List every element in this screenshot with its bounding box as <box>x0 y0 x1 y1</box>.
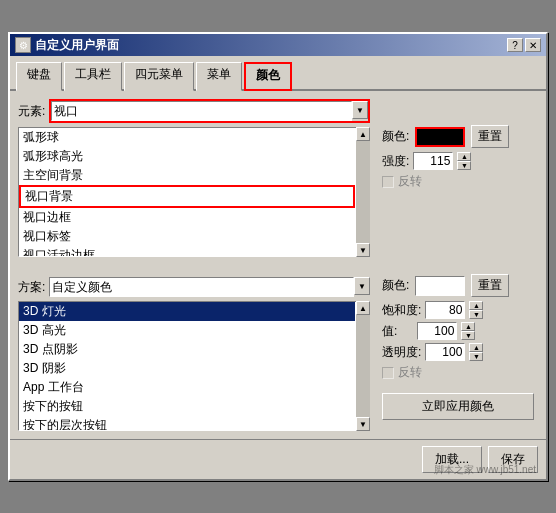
scheme-scrollbar: ▲ ▼ <box>356 301 370 431</box>
spinner-up[interactable]: ▲ <box>457 152 471 161</box>
spinner-down3[interactable]: ▼ <box>461 331 475 340</box>
element-field-row: 元素: 视口 ▼ <box>18 99 370 123</box>
window-icon: ⚙ <box>15 37 31 53</box>
scroll-down-btn2[interactable]: ▼ <box>356 417 370 431</box>
scroll-track2[interactable] <box>356 315 370 417</box>
value-row: 值: ▲ ▼ <box>382 322 534 340</box>
scroll-up-btn[interactable]: ▲ <box>356 127 370 141</box>
list-item[interactable]: 按下的层次按钮 <box>19 416 355 430</box>
top-intensity-label: 强度: <box>382 153 409 170</box>
top-color-section: 颜色: 重置 强度: ▲ ▼ 反转 <box>378 121 538 198</box>
main-content: 元素: 视口 ▼ 弧形球 弧形球高光 主空间背景 视口背 <box>10 91 546 439</box>
list-item-viewport-bg[interactable]: 视口背景 <box>19 185 355 208</box>
bottom-reverse-row: 反转 <box>382 364 534 381</box>
scheme-field-row: 方案: 自定义颜色 ▼ <box>18 277 370 297</box>
scheme-combo-arrow[interactable]: ▼ <box>354 277 370 295</box>
element-listbox-container: 弧形球 弧形球高光 主空间背景 视口背景 视口边框 视口标签 视口活动边框 视口… <box>18 127 370 257</box>
bottom-color-section: 颜色: 重置 饱和度: ▲ ▼ 值: ▲ <box>378 270 538 424</box>
saturation-spinner: ▲ ▼ <box>469 301 483 319</box>
title-bar: ⚙ 自定义用户界面 ? ✕ <box>10 34 546 56</box>
bottom-color-row: 颜色: 重置 <box>382 274 534 297</box>
list-item[interactable]: 主空间背景 <box>19 166 355 185</box>
transparency-row: 透明度: ▲ ▼ <box>382 343 534 361</box>
spinner-up2[interactable]: ▲ <box>469 301 483 310</box>
scroll-track[interactable] <box>356 141 370 243</box>
spinner-up4[interactable]: ▲ <box>469 343 483 352</box>
tab-keyboard[interactable]: 键盘 <box>16 62 62 91</box>
title-buttons: ? ✕ <box>507 38 541 52</box>
saturation-row: 饱和度: ▲ ▼ <box>382 301 534 319</box>
list-item[interactable]: App 工作台 <box>19 378 355 397</box>
bottom-color-label: 颜色: <box>382 277 409 294</box>
saturation-input[interactable] <box>425 301 465 319</box>
list-item[interactable]: 弧形球高光 <box>19 147 355 166</box>
watermark: 脚本之家 www.jb51.net <box>434 463 536 477</box>
help-button[interactable]: ? <box>507 38 523 52</box>
scroll-down-btn[interactable]: ▼ <box>356 243 370 257</box>
top-color-label: 颜色: <box>382 128 409 145</box>
element-scrollbar: ▲ ▼ <box>356 127 370 257</box>
top-reverse-checkbox[interactable] <box>382 176 394 188</box>
bottom-reset-button[interactable]: 重置 <box>471 274 509 297</box>
tab-quad-menu[interactable]: 四元菜单 <box>124 62 194 91</box>
right-panel: 颜色: 重置 强度: ▲ ▼ 反转 <box>378 99 538 431</box>
list-item[interactable]: 视口活动边框 <box>19 246 355 256</box>
saturation-label: 饱和度: <box>382 302 421 319</box>
transparency-input[interactable] <box>425 343 465 361</box>
tab-toolbar[interactable]: 工具栏 <box>64 62 122 91</box>
list-item[interactable]: 3D 高光 <box>19 321 355 340</box>
main-window: ⚙ 自定义用户界面 ? ✕ 键盘 工具栏 四元菜单 菜单 颜色 元素: 视口 <box>8 32 548 481</box>
scheme-section: 方案: 自定义颜色 ▼ 3D 灯光 3D 高光 3D 点阴影 <box>18 277 370 431</box>
transparency-label: 透明度: <box>382 344 421 361</box>
spinner-down2[interactable]: ▼ <box>469 310 483 319</box>
element-value: 视口 <box>54 103 78 120</box>
top-reset-button[interactable]: 重置 <box>471 125 509 148</box>
top-reverse-label: 反转 <box>398 173 422 190</box>
transparency-spinner: ▲ ▼ <box>469 343 483 361</box>
top-reverse-row: 反转 <box>382 173 534 190</box>
top-color-row: 颜色: 重置 <box>382 125 534 148</box>
element-listbox[interactable]: 弧形球 弧形球高光 主空间背景 视口背景 视口边框 视口标签 视口活动边框 视口… <box>19 128 369 256</box>
title-bar-left: ⚙ 自定义用户界面 <box>15 37 119 54</box>
bottom-color-swatch[interactable] <box>415 276 465 296</box>
list-item-3d-light[interactable]: 3D 灯光 <box>19 302 355 321</box>
element-section: 元素: 视口 ▼ 弧形球 弧形球高光 主空间背景 视口背 <box>18 99 370 257</box>
list-item[interactable]: 3D 阴影 <box>19 359 355 378</box>
list-item[interactable]: 按下的按钮 <box>19 397 355 416</box>
scheme-value: 自定义颜色 <box>52 279 112 296</box>
value-input[interactable] <box>417 322 457 340</box>
close-button[interactable]: ✕ <box>525 38 541 52</box>
apply-color-button[interactable]: 立即应用颜色 <box>382 393 534 420</box>
element-label: 元素: <box>18 103 45 120</box>
footer: 加载... 保存 脚本之家 www.jb51.net <box>10 439 546 479</box>
window-title: 自定义用户界面 <box>35 37 119 54</box>
spinner-down[interactable]: ▼ <box>457 161 471 170</box>
tab-bar: 键盘 工具栏 四元菜单 菜单 颜色 <box>10 56 546 91</box>
bottom-reverse-checkbox[interactable] <box>382 367 394 379</box>
spinner-down4[interactable]: ▼ <box>469 352 483 361</box>
scheme-listbox-container: 3D 灯光 3D 高光 3D 点阴影 3D 阴影 App 工作台 按下的按钮 按… <box>18 301 370 431</box>
list-item[interactable]: 3D 点阴影 <box>19 340 355 359</box>
list-item[interactable]: 视口标签 <box>19 227 355 246</box>
element-combo-arrow[interactable]: ▼ <box>352 101 368 119</box>
tab-color[interactable]: 颜色 <box>244 62 292 91</box>
list-item[interactable]: 弧形球 <box>19 128 355 147</box>
scheme-combo[interactable]: 自定义颜色 <box>49 277 354 297</box>
value-label: 值: <box>382 323 397 340</box>
top-color-swatch[interactable] <box>415 127 465 147</box>
scheme-label: 方案: <box>18 279 45 296</box>
left-panel: 元素: 视口 ▼ 弧形球 弧形球高光 主空间背景 视口背 <box>18 99 370 431</box>
list-item[interactable]: 视口边框 <box>19 208 355 227</box>
bottom-reverse-label: 反转 <box>398 364 422 381</box>
top-intensity-input[interactable] <box>413 152 453 170</box>
value-spinner: ▲ ▼ <box>461 322 475 340</box>
scroll-up-btn2[interactable]: ▲ <box>356 301 370 315</box>
spinner-up3[interactable]: ▲ <box>461 322 475 331</box>
tab-menu[interactable]: 菜单 <box>196 62 242 91</box>
top-intensity-spinner: ▲ ▼ <box>457 152 471 170</box>
element-combo[interactable]: 视口 <box>51 101 352 121</box>
scheme-listbox[interactable]: 3D 灯光 3D 高光 3D 点阴影 3D 阴影 App 工作台 按下的按钮 按… <box>19 302 369 430</box>
top-intensity-row: 强度: ▲ ▼ <box>382 152 534 170</box>
